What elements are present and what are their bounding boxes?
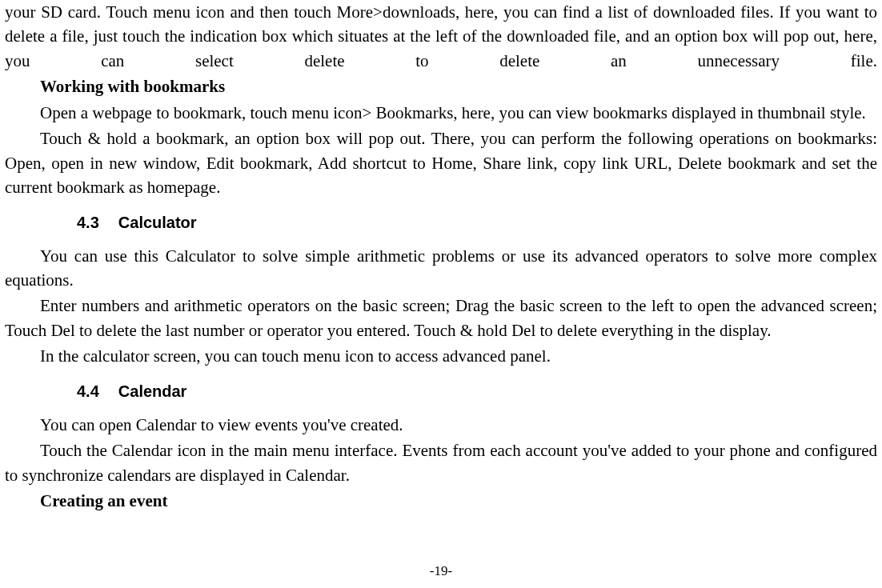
paragraph-calendar-sync: Touch the Calendar icon in the main menu… bbox=[5, 438, 877, 487]
section-heading-calendar: 4.4Calendar bbox=[77, 380, 877, 403]
section-title: Calculator bbox=[118, 214, 197, 231]
paragraph-calculator-menu: In the calculator screen, you can touch … bbox=[5, 344, 877, 368]
heading-working-with-bookmarks: Working with bookmarks bbox=[5, 74, 877, 98]
paragraph-calendar-intro: You can open Calendar to view events you… bbox=[5, 413, 877, 437]
section-heading-calculator: 4.3Calculator bbox=[77, 211, 877, 234]
section-number: 4.3 bbox=[77, 211, 99, 234]
section-title: Calendar bbox=[118, 382, 187, 400]
paragraph-bookmarks-open: Open a webpage to bookmark, touch menu i… bbox=[5, 101, 877, 125]
paragraph-bookmarks-options: Touch & hold a bookmark, an option box w… bbox=[5, 126, 877, 199]
paragraph-calculator-intro: You can use this Calculator to solve sim… bbox=[5, 244, 877, 293]
section-number: 4.4 bbox=[77, 380, 99, 403]
heading-creating-event: Creating an event bbox=[5, 489, 877, 513]
page-number: -19- bbox=[0, 562, 882, 582]
paragraph-calculator-usage: Enter numbers and arithmetic operators o… bbox=[5, 294, 877, 342]
paragraph-downloads-continued: your SD card. Touch menu icon and then t… bbox=[5, 0, 877, 73]
